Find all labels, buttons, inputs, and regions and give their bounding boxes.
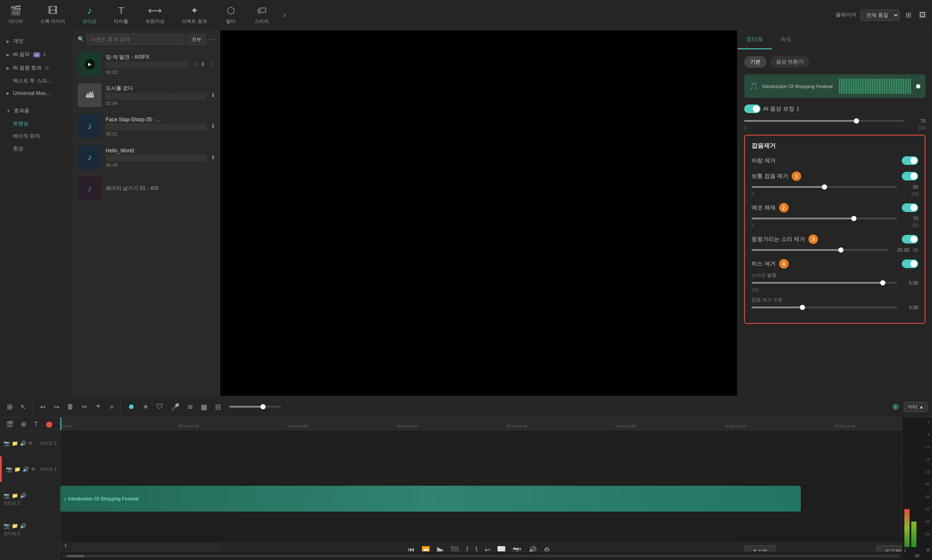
media-btn[interactable]: ▦: [198, 401, 210, 413]
sound-menu-btn-1[interactable]: ⋮: [209, 61, 216, 68]
info-icon-ai-music[interactable]: ℹ: [44, 52, 45, 57]
search-input[interactable]: [87, 34, 184, 45]
sidebar-item-personal[interactable]: ▶ 개인: [0, 35, 73, 48]
toolbar-transitions[interactable]: ⟷ 트랜지션: [141, 3, 169, 27]
video2-cam-btn[interactable]: 📷: [3, 440, 10, 446]
toolbar-expand-btn[interactable]: ›: [282, 9, 287, 21]
audio-wave-btn[interactable]: ≋: [185, 401, 196, 413]
video2-eye-btn[interactable]: 👁: [28, 440, 33, 446]
video2-audio-btn[interactable]: 🔊: [20, 440, 26, 446]
hiss-level-slider-track[interactable]: [751, 307, 897, 308]
sidebar-item-sfx[interactable]: ▼ 효과음: [0, 104, 73, 117]
ai-correction-info-icon[interactable]: ℹ: [797, 106, 799, 112]
hiss-toggle[interactable]: [902, 259, 918, 268]
audio-clip[interactable]: ♪ Introduction Of Shopping Festival: [60, 486, 801, 512]
undo-btn[interactable]: ↩: [38, 401, 48, 413]
toolbar-filter[interactable]: ⬡ 필터: [220, 3, 241, 27]
audio2-audio-btn[interactable]: 🔊: [20, 523, 26, 529]
volume-track[interactable]: [229, 406, 281, 408]
grid-view-btn[interactable]: ⊞: [904, 9, 913, 21]
sound-item-5[interactable]: ♪ 페이지 넘기기 01 - AIS: [73, 173, 220, 204]
star-btn-1[interactable]: ☆: [193, 61, 198, 67]
shield-btn[interactable]: 🛡: [154, 401, 166, 412]
redo-btn[interactable]: ↪: [51, 401, 62, 413]
ai-correction-toggle[interactable]: [744, 104, 761, 113]
echo-slider-thumb: [851, 216, 856, 221]
download-btn-4[interactable]: ⬇: [211, 154, 216, 161]
mic-btn[interactable]: 🎤: [168, 401, 182, 413]
tab-audio[interactable]: 오디오: [738, 30, 772, 49]
quality-select[interactable]: 전체 품질 고품질 미리보기: [861, 9, 900, 21]
video1-cam-btn[interactable]: 📷: [6, 466, 13, 472]
echo-slider-track[interactable]: [751, 218, 897, 219]
toolbar-stock[interactable]: 🎞 스톡 미디어: [36, 3, 70, 27]
zoom-btn[interactable]: ⊟: [212, 401, 223, 413]
video1-audio-btn[interactable]: 🔊: [22, 466, 29, 472]
track-label-audio1-icons: 📷 📁 🔊: [3, 493, 26, 499]
stock-icon: 🎞: [48, 5, 57, 16]
sidebar-item-tts[interactable]: 텍스트 투 스피...: [0, 75, 73, 87]
toolbar-audio[interactable]: ♪ 오디오: [78, 3, 101, 27]
sidebar-label-ai-sfx: AI 음향 효과: [13, 64, 41, 72]
subtab-basic[interactable]: 기본: [744, 56, 767, 68]
hum-toggle[interactable]: [902, 235, 918, 244]
sound-item-3[interactable]: ♪ Face Slap-Sharp 05 - ... 00:01 ⬇: [73, 111, 220, 142]
toolbar-media[interactable]: 🎬 미디어: [4, 3, 27, 27]
filter-button[interactable]: 전부: [187, 34, 206, 45]
sidebar-item-universal[interactable]: ▶ Universal Mus...: [0, 87, 73, 99]
hiss-level-thumb: [800, 305, 805, 310]
toolbar-sticker[interactable]: 🏷 스티커: [250, 3, 273, 27]
sidebar-item-trending[interactable]: 트렌딩: [0, 117, 73, 130]
info-icon-ai-sfx[interactable]: ⊙: [45, 65, 49, 71]
download-btn-1[interactable]: ⬇: [200, 61, 205, 67]
sidebar-item-ai-sfx[interactable]: ▶ AI 음향 효과 ⊙: [0, 61, 73, 75]
download-btn-3[interactable]: ⬇: [211, 123, 216, 130]
add-vol-btn[interactable]: ⊕: [890, 400, 901, 413]
pointer-btn[interactable]: ↖: [18, 401, 29, 413]
hum-slider-track[interactable]: [751, 249, 889, 251]
general-toggle[interactable]: [902, 172, 918, 180]
track-label-audio2-icons: 📷 📁 🔊: [3, 523, 26, 529]
add-pip-btn[interactable]: ⊞: [19, 419, 29, 429]
download-btn-2[interactable]: ⬇: [211, 92, 216, 98]
audio2-folder-btn[interactable]: 📁: [12, 523, 18, 529]
video1-folder-btn[interactable]: 📁: [14, 466, 21, 472]
audio1-cam-btn[interactable]: 📷: [3, 493, 10, 499]
sidebar-item-basic-music[interactable]: 베이직 뮤직: [0, 130, 73, 142]
brightness-btn[interactable]: ☀: [140, 401, 151, 413]
video1-eye-btn[interactable]: 👁: [31, 466, 36, 472]
step-badge-3: 3: [808, 234, 818, 244]
subtab-voice[interactable]: 음성 변환기: [770, 56, 809, 68]
toolbar-titles[interactable]: T 타이틀: [110, 3, 133, 27]
image-btn[interactable]: 🖼: [917, 9, 928, 21]
tab-speed[interactable]: 속도: [772, 30, 800, 49]
general-slider-track[interactable]: [751, 186, 897, 188]
grid-layout-btn[interactable]: ⊞: [4, 401, 15, 413]
more-edit-btn[interactable]: »: [107, 401, 116, 412]
hum-slider-thumb: [838, 247, 843, 253]
sound-item-1[interactable]: ▶ 밈-적 발견 - AISFX 00:02 ☆ ⬇ ⋮: [73, 49, 220, 80]
add-color-btn[interactable]: ⬤: [43, 419, 55, 429]
audio1-folder-btn[interactable]: 📁: [12, 493, 18, 499]
record-btn[interactable]: ⏺: [125, 401, 137, 412]
add-subtitle-btn[interactable]: T: [32, 419, 41, 429]
meter-btn[interactable]: 미터 ▲: [904, 402, 928, 412]
toolbar-effects[interactable]: ✦ 이펙트 효과: [178, 3, 211, 27]
sound-item-4[interactable]: ♪ Hello_World 06:48 ⬇: [73, 142, 220, 173]
hiss-vol-slider-track[interactable]: [751, 282, 897, 284]
audio1-audio-btn[interactable]: 🔊: [20, 493, 26, 499]
audio2-cam-btn[interactable]: 📷: [3, 523, 10, 529]
split-btn[interactable]: ⫩: [92, 401, 105, 412]
sound-item-2[interactable]: 🏙 도시를 걷다 01:04 ⬇: [73, 80, 220, 111]
ai-slider-track[interactable]: [744, 120, 905, 122]
delete-btn[interactable]: 🗑: [64, 401, 76, 412]
wind-toggle[interactable]: [902, 156, 918, 165]
more-options-btn[interactable]: ⋯: [209, 35, 216, 44]
cut-btn[interactable]: ✂: [79, 401, 90, 413]
h-scrollbar-track[interactable]: [63, 555, 900, 557]
sidebar-item-ai-music[interactable]: ▶ AI 음악 AI ℹ: [0, 48, 73, 61]
video2-folder-btn[interactable]: 📁: [12, 440, 18, 446]
echo-toggle[interactable]: [902, 203, 918, 212]
add-video-track-btn[interactable]: 🎬: [3, 419, 16, 429]
sidebar-item-ambient[interactable]: 환경: [0, 142, 73, 155]
